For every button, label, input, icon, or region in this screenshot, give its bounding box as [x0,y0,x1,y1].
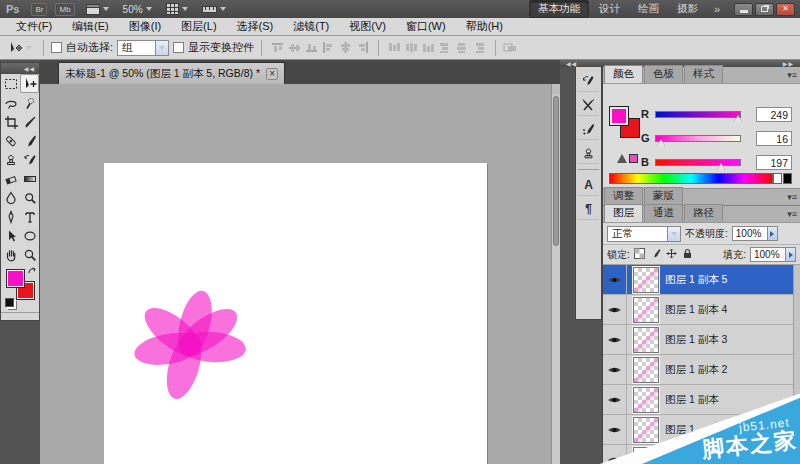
spectrum-white-swatch[interactable] [773,173,782,184]
color-spectrum-ramp[interactable] [609,173,773,184]
align-horizontal-centers-icon[interactable] [339,42,352,53]
rectangular-marquee-tool[interactable] [1,74,20,93]
layer-name[interactable]: 图层 1 [665,423,695,437]
zoom-tool[interactable] [20,245,39,264]
document-tab[interactable]: 未标题-1 @ 50% (图层 1 副本 5, RGB/8) * × [58,62,285,84]
show-transform-checkbox[interactable] [173,42,184,53]
visibility-toggle[interactable] [603,325,627,354]
move-tool-preset[interactable] [4,41,36,55]
character-panel-icon[interactable]: A [578,175,599,196]
distribute-left-edges-icon[interactable] [439,42,452,53]
layer-row[interactable]: 图层 1 副本 2 [603,355,800,385]
minimize-button[interactable] [734,3,753,16]
dropdown-button[interactable] [667,227,680,241]
layer-thumbnail[interactable] [633,327,659,353]
zoom-level-button[interactable]: 50% [123,4,152,15]
distribute-top-edges-icon[interactable] [388,42,401,53]
layer-name[interactable]: 图层 1 副本 2 [665,363,727,377]
workspace-photography-button[interactable]: 摄影 [669,1,706,17]
visibility-toggle[interactable] [603,355,627,384]
layer-row[interactable]: 图层 1 副本 3 [603,325,800,355]
tab-adjustments[interactable]: 调整 [604,187,643,205]
lock-transparency-icon[interactable] [634,248,645,261]
layer-row[interactable]: 图层 1 副本 5 [603,265,800,295]
tab-swatches[interactable]: 色板 [644,65,683,83]
layer-name[interactable]: 图层 1 副本 [665,393,719,407]
dock-collapse-button[interactable]: ◀◀ [566,60,577,67]
lasso-tool[interactable] [1,93,20,112]
quick-selection-tool[interactable] [20,93,39,112]
menu-image[interactable]: 图像(I) [119,19,171,34]
menu-help[interactable]: 帮助(H) [456,19,513,34]
auto-align-layers-icon[interactable] [503,42,517,53]
more-workspaces-button[interactable]: » [708,3,726,15]
canvas-area[interactable] [40,84,560,464]
layer-thumbnail[interactable] [633,297,659,323]
lock-all-icon[interactable] [682,248,693,261]
green-slider-track[interactable] [655,135,741,142]
auto-select-checkbox[interactable] [51,42,62,53]
tab-layers[interactable]: 图层 [604,204,643,222]
tab-paths[interactable]: 路径 [684,204,723,222]
menu-window[interactable]: 窗口(W) [396,19,456,34]
layer-thumbnail[interactable] [633,267,659,293]
view-extras-button[interactable] [166,3,188,15]
fill-field[interactable]: 100% [750,247,796,262]
spot-healing-brush-tool[interactable] [1,131,20,150]
layer-name[interactable]: 背景 [665,453,686,464]
layer-name[interactable]: 图层 1 副本 4 [665,303,727,317]
clone-stamp-tool[interactable] [1,150,20,169]
ellipse-shape-tool[interactable] [20,226,39,245]
layer-thumbnail[interactable] [633,357,659,383]
close-button[interactable]: ✕ [776,3,795,16]
align-left-edges-icon[interactable] [322,42,335,53]
distribute-vertical-centers-icon[interactable] [405,42,418,53]
swap-colors-icon[interactable] [27,266,37,278]
tab-channels[interactable]: 通道 [644,204,683,222]
lock-image-icon[interactable] [650,248,661,261]
menu-edit[interactable]: 编辑(E) [62,19,119,34]
hand-tool[interactable] [1,245,20,264]
panel-foreground-swatch[interactable] [609,106,629,126]
screen-mode-button[interactable] [202,4,226,15]
menu-view[interactable]: 视图(V) [339,19,396,34]
opacity-field[interactable]: 100% [732,226,778,241]
eraser-tool[interactable] [1,169,20,188]
panel-menu-icon[interactable]: ▾≡ [787,209,797,219]
lock-position-icon[interactable] [666,248,677,261]
mini-bridge-button[interactable]: Mb [55,3,74,16]
blur-tool[interactable] [1,188,20,207]
move-tool[interactable] [20,74,39,93]
tab-color[interactable]: 颜色 [604,65,643,83]
history-brush-tool[interactable] [20,150,39,169]
dodge-tool[interactable] [20,188,39,207]
menu-layer[interactable]: 图层(L) [171,19,226,34]
clone-source-panel-icon[interactable] [578,143,599,164]
distribute-bottom-edges-icon[interactable] [422,42,435,53]
scrollbar-thumb[interactable] [553,96,559,246]
eyedropper-tool[interactable] [20,112,39,131]
document-tab-close-icon[interactable]: × [266,68,278,80]
menu-select[interactable]: 选择(S) [227,19,284,34]
blend-mode-dropdown[interactable]: 正常 [607,226,681,242]
blue-value-field[interactable]: 197 [756,155,792,170]
layer-row[interactable]: 图层 1 [603,415,800,445]
fill-slider-button[interactable] [785,248,795,261]
workspace-essentials-button[interactable]: 基本功能 [529,0,589,18]
layer-thumbnail[interactable] [633,447,659,464]
opacity-slider-button[interactable] [767,227,777,240]
dock-expand-button[interactable]: ▶▶ [783,60,794,67]
align-vertical-centers-icon[interactable] [288,42,301,53]
vertical-scrollbar[interactable] [551,84,560,464]
crop-tool[interactable] [1,112,20,131]
red-slider-handle[interactable] [734,115,742,122]
visibility-toggle[interactable] [603,295,627,324]
align-right-edges-icon[interactable] [356,42,369,53]
distribute-right-edges-icon[interactable] [473,42,486,53]
align-bottom-edges-icon[interactable] [305,42,318,53]
tool-presets-panel-icon[interactable] [578,95,599,116]
red-value-field[interactable]: 249 [756,107,792,122]
arrange-documents-button[interactable] [86,4,109,15]
green-slider-handle[interactable] [657,139,665,146]
align-top-edges-icon[interactable] [271,42,284,53]
